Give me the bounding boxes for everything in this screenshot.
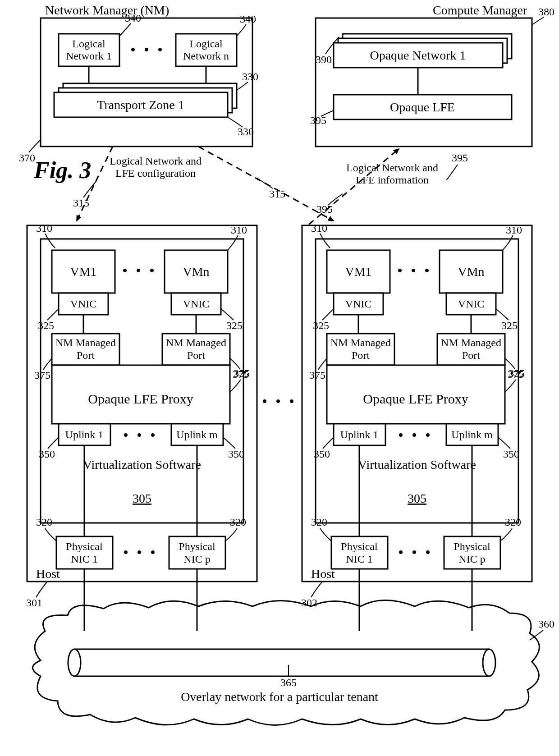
- svg-text:Network n: Network n: [183, 50, 229, 62]
- svg-text:360: 360: [538, 618, 554, 630]
- svg-text:LFE configuration: LFE configuration: [115, 167, 196, 179]
- svg-text:395: 395: [316, 203, 333, 215]
- svg-text:340: 340: [240, 13, 256, 25]
- oplfe-label: Opaque LFE: [390, 100, 455, 114]
- figure-label: Fig. 3: [33, 157, 91, 183]
- svg-text:330: 330: [242, 71, 258, 82]
- svg-text:315: 315: [73, 197, 89, 209]
- host-right: 302: [301, 222, 532, 609]
- svg-text:340: 340: [125, 12, 141, 24]
- svg-text:395: 395: [310, 115, 326, 126]
- overlay-label: Overlay network for a particular tenant: [181, 690, 378, 704]
- svg-point-76: [68, 649, 81, 676]
- svg-text:315: 315: [269, 188, 285, 200]
- svg-text:• • •: • • •: [131, 42, 165, 57]
- dashed-arrows: Logical Network and LFE configuration 31…: [73, 147, 468, 225]
- compute-manager-block: Compute Manager Opaque Network 1 Opaque …: [310, 3, 554, 147]
- svg-text:370: 370: [19, 152, 35, 164]
- svg-text:380: 380: [538, 6, 554, 18]
- svg-text:365: 365: [280, 677, 297, 688]
- svg-point-79: [483, 649, 495, 676]
- svg-text:302: 302: [301, 597, 317, 609]
- svg-text:Logical: Logical: [72, 38, 105, 50]
- host-left: 301: [26, 222, 257, 609]
- svg-text:330: 330: [238, 126, 254, 137]
- cm-title: Compute Manager: [433, 3, 527, 17]
- svg-text:Logical Network and: Logical Network and: [346, 162, 438, 174]
- nm-title: Network Manager (NM): [45, 3, 169, 17]
- svg-text:LFE information: LFE information: [356, 174, 429, 186]
- tz-label: Transport Zone 1: [97, 98, 184, 112]
- svg-text:Logical: Logical: [189, 38, 223, 50]
- diagram-canvas: VM1 VMn • • • VNIC VNIC NM Managed Port …: [0, 0, 559, 756]
- svg-text:Network 1: Network 1: [66, 50, 112, 62]
- network-manager-block: Network Manager (NM) Logical Network 1 L…: [19, 3, 258, 164]
- svg-text:Logical Network and: Logical Network and: [110, 155, 202, 167]
- svg-text:390: 390: [316, 54, 332, 65]
- svg-text:395: 395: [452, 152, 468, 164]
- host-dots: • • •: [262, 394, 297, 408]
- overlay-network: Overlay network for a particular tenant …: [33, 600, 555, 725]
- svg-text:301: 301: [26, 597, 42, 609]
- opnet-label: Opaque Network 1: [370, 48, 466, 62]
